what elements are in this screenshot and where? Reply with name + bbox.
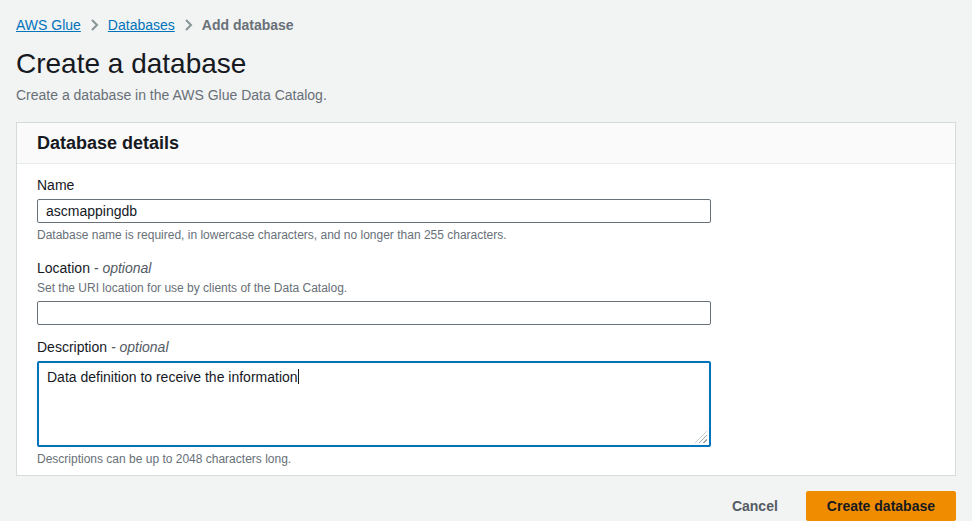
- resize-handle-icon[interactable]: [695, 431, 707, 443]
- form-actions: Cancel Create database: [16, 491, 956, 521]
- breadcrumb-current: Add database: [202, 16, 294, 34]
- page-title: Create a database: [16, 47, 956, 81]
- location-optional-text: - optional: [94, 260, 152, 276]
- description-textarea[interactable]: Data definition to receive the informati…: [37, 361, 711, 447]
- description-field-group: Description - optional Data definition t…: [37, 338, 935, 466]
- location-description-text: Set the URI location for use by clients …: [37, 281, 935, 295]
- name-label: Name: [37, 176, 935, 194]
- chevron-right-icon: [90, 19, 99, 31]
- chevron-right-icon: [184, 19, 193, 31]
- location-label-text: Location: [37, 260, 90, 276]
- page: AWS Glue Databases Add database Create a…: [0, 0, 972, 521]
- breadcrumb-link-aws-glue[interactable]: AWS Glue: [16, 16, 81, 34]
- name-constraint-text: Database name is required, in lowercase …: [37, 228, 935, 242]
- description-textarea-value: Data definition to receive the informati…: [47, 369, 298, 385]
- create-database-button[interactable]: Create database: [806, 491, 956, 521]
- name-field-group: Name Database name is required, in lower…: [37, 176, 935, 242]
- description-optional-text: - optional: [111, 339, 169, 355]
- panel-body: Name Database name is required, in lower…: [17, 164, 955, 475]
- description-label-text: Description: [37, 339, 107, 355]
- description-constraint-text: Descriptions can be up to 2048 character…: [37, 452, 935, 466]
- location-field-group: Location - optional Set the URI location…: [37, 259, 935, 325]
- cancel-button[interactable]: Cancel: [728, 492, 782, 520]
- database-details-panel: Database details Name Database name is r…: [16, 122, 956, 476]
- name-input[interactable]: [37, 199, 711, 223]
- page-subtitle: Create a database in the AWS Glue Data C…: [16, 85, 956, 105]
- breadcrumb: AWS Glue Databases Add database: [16, 16, 956, 34]
- location-label: Location - optional: [37, 259, 935, 277]
- breadcrumb-link-databases[interactable]: Databases: [108, 16, 175, 34]
- text-caret: [298, 369, 299, 384]
- panel-title: Database details: [17, 123, 955, 164]
- location-input[interactable]: [37, 301, 711, 325]
- description-label: Description - optional: [37, 338, 935, 356]
